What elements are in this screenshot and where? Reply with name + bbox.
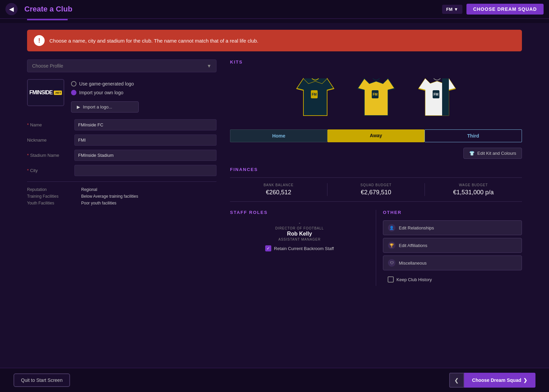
input-city[interactable]: [74, 165, 216, 176]
bank-balance-label: BANK BALANCE: [235, 183, 322, 187]
finance-bank-balance: BANK BALANCE €260,512: [230, 183, 327, 196]
profile-chevron: ▼: [207, 63, 211, 69]
keep-history-label: Keep Club History: [396, 277, 432, 282]
stat-youth-value: Poor youth facilities: [81, 201, 116, 205]
bank-balance-value: €260,512: [235, 189, 322, 196]
finances-title: FINANCES: [230, 167, 522, 172]
edit-kit-button[interactable]: 👕 Edit Kit and Colours: [463, 148, 522, 159]
stat-reputation-value: Regional: [81, 187, 97, 192]
svg-text:FM: FM: [433, 93, 438, 96]
assistant-role-label: ASSISTANT MANAGER: [230, 238, 369, 241]
stats-section: Reputation Regional Training Facilities …: [27, 187, 216, 205]
kit-tab-away[interactable]: Away: [327, 129, 424, 142]
form-row-name: *Name: [27, 119, 216, 130]
finances-section: FINANCES BANK BALANCE €260,512 SQUAD BUD…: [230, 167, 522, 202]
fm-badge[interactable]: FM ▼: [442, 5, 462, 14]
staff-column: STAFF ROLES - DIRECTOR OF FOOTBALL Rob K…: [230, 210, 376, 286]
fminside-text: FMINSIDE: [29, 90, 52, 96]
stat-training: Training Facilities Below Average traini…: [27, 194, 216, 199]
staff-title: STAFF ROLES: [230, 210, 369, 215]
stat-reputation-label: Reputation: [27, 187, 81, 192]
form-row-nickname: Nickname: [27, 134, 216, 146]
edit-kit-icon: 👕: [469, 151, 475, 156]
profile-placeholder: Choose Profile: [32, 63, 63, 69]
radio-game-logo-circle[interactable]: [71, 81, 76, 87]
retain-staff-label: Retain Current Backroom Staff: [274, 246, 334, 251]
input-nickname[interactable]: [74, 134, 216, 146]
home-kit: FM: [290, 70, 341, 124]
edit-kit-label: Edit Kit and Colours: [477, 151, 516, 156]
import-logo-icon: ▶: [77, 104, 80, 109]
miscellaneous-icon: 🛡: [388, 259, 395, 267]
relationships-icon: 👤: [388, 224, 395, 231]
logo-section: FMINSIDE .NET Use game-generated logo Im…: [27, 79, 216, 113]
kits-display: FM FM: [230, 70, 522, 124]
logo-options: Use game-generated logo Import your own …: [71, 79, 139, 113]
squad-budget-label: SQUAD BUDGET: [333, 183, 419, 187]
input-stadium[interactable]: [74, 150, 216, 161]
affiliations-icon: 🏆: [388, 242, 395, 249]
svg-marker-12: [442, 78, 449, 116]
stat-training-value: Below Average training facilities: [81, 194, 138, 199]
kit-tab-home[interactable]: Home: [230, 129, 327, 142]
finances-grid: BANK BALANCE €260,512 SQUAD BUDGET €2,67…: [230, 177, 522, 202]
error-message: Choose a name, city and stadium for the …: [49, 38, 258, 44]
form-row-stadium: *Stadium Name: [27, 150, 216, 161]
progress-bar: [27, 19, 68, 20]
svg-text:FM: FM: [312, 93, 316, 96]
label-city: *City: [27, 168, 74, 173]
staff-name: Rob Kelly: [230, 231, 369, 237]
fminside-dot-net: .NET: [54, 91, 62, 95]
progress-area: [0, 19, 549, 23]
retain-staff-checkbox[interactable]: ✓: [265, 245, 271, 251]
away-kit: FM: [351, 70, 402, 124]
edit-relationships-label: Edit Relationships: [399, 225, 434, 230]
retain-staff-row: ✓ Retain Current Backroom Staff: [230, 245, 369, 251]
nav-back-arrow[interactable]: ❮: [449, 373, 464, 388]
svg-text:FM: FM: [372, 93, 377, 96]
right-column: KITS FM: [230, 59, 522, 286]
logo-display: FMINSIDE .NET: [27, 79, 64, 106]
form-row-city: *City: [27, 165, 216, 176]
edit-affiliations-label: Edit Affiliations: [399, 243, 427, 248]
edit-affiliations-button[interactable]: 🏆 Edit Affiliations: [383, 238, 522, 253]
choose-dream-bottom-button[interactable]: Choose Dream Squad ❯: [464, 373, 535, 388]
error-banner: ! Choose a name, city and stadium for th…: [27, 30, 522, 51]
import-logo-button[interactable]: ▶ Import a logo...: [71, 101, 139, 113]
finance-wage-budget: WAGE BUDGET €1,531,000 p/a: [425, 183, 522, 196]
kit-tab-third[interactable]: Third: [425, 129, 522, 142]
stat-youth-label: Youth Facilities: [27, 201, 81, 205]
miscellaneous-label: Miscellaneous: [399, 261, 427, 266]
radio-game-logo[interactable]: Use game-generated logo: [71, 81, 139, 87]
profile-dropdown[interactable]: Choose Profile ▼: [27, 59, 216, 72]
radio-import-logo-label: Import your own logo: [79, 90, 123, 95]
staff-dash: -: [230, 220, 369, 226]
third-kit: FM: [412, 70, 462, 124]
radio-import-logo[interactable]: Import your own logo: [71, 90, 139, 95]
back-icon: ◀: [9, 5, 14, 13]
back-button[interactable]: ◀: [5, 3, 18, 15]
radio-import-logo-circle[interactable]: [71, 90, 76, 95]
choose-dream-arrow: ❯: [523, 377, 527, 383]
edit-relationships-button[interactable]: 👤 Edit Relationships: [383, 220, 522, 235]
choose-dream-label: Choose Dream Squad: [472, 377, 521, 383]
keep-history-row: Keep Club History: [383, 273, 522, 286]
choose-dream-squad-nav-button[interactable]: CHOOSE DREAM SQUAD: [466, 4, 544, 15]
director-role-label: DIRECTOR OF FOOTBALL: [230, 226, 369, 230]
other-column: OTHER 👤 Edit Relationships 🏆 Edit Affili…: [383, 210, 522, 286]
form-fields: *Name Nickname *Stadium Name *City: [27, 119, 216, 176]
stat-reputation: Reputation Regional: [27, 187, 216, 192]
label-stadium: *Stadium Name: [27, 153, 74, 158]
import-logo-label: Import a logo...: [83, 104, 112, 109]
other-title: OTHER: [383, 210, 522, 215]
divider: [27, 181, 216, 182]
main-content: ! Choose a name, city and stadium for th…: [0, 23, 549, 293]
keep-history-checkbox[interactable]: [388, 276, 394, 283]
quit-button[interactable]: Quit to Start Screen: [14, 373, 70, 387]
fminside-logo: FMINSIDE .NET: [29, 90, 62, 96]
stat-youth: Youth Facilities Poor youth facilities: [27, 201, 216, 205]
top-nav: ◀ Create a Club FM ▼ CHOOSE DREAM SQUAD: [0, 0, 549, 19]
input-name[interactable]: [74, 119, 216, 130]
miscellaneous-button[interactable]: 🛡 Miscellaneous: [383, 255, 522, 270]
squad-budget-value: €2,679,510: [333, 189, 419, 196]
